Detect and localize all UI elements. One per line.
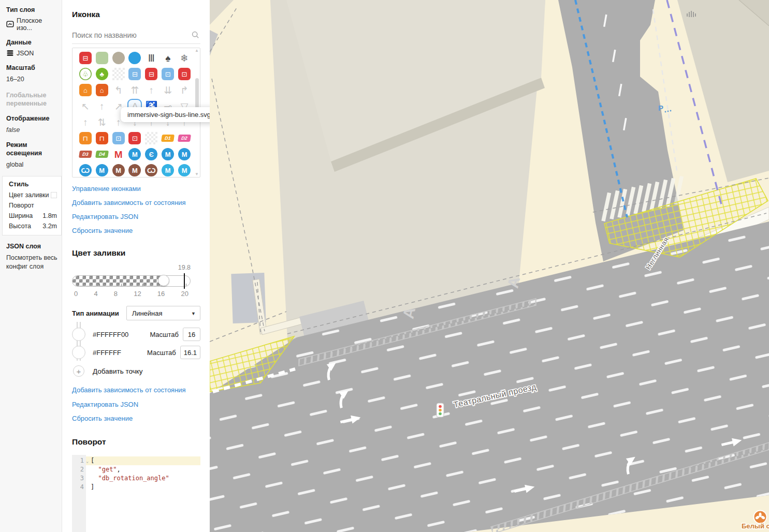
slider-track[interactable] xyxy=(72,275,191,287)
d3-badge-icon[interactable]: D3 xyxy=(77,148,94,160)
slider-current-marker[interactable] xyxy=(184,273,185,289)
arrow-thin-up-icon[interactable]: ↑ xyxy=(77,116,94,128)
metro-brown-2-icon[interactable]: М xyxy=(127,164,143,176)
metro-ekb-icon[interactable]: Є xyxy=(143,148,159,160)
tick-label: 4 xyxy=(94,290,97,298)
panel-link[interactable]: Сбросить значение xyxy=(72,413,200,424)
tick-label: 8 xyxy=(114,290,118,298)
view-config-link[interactable]: Посмотреть весь конфиг слоя xyxy=(6,254,57,271)
gradient-stops: #FFFFFF00 Масштаб 16 #FFFFFF Масштаб 16.… xyxy=(72,328,200,359)
add-point-row[interactable]: + Добавить точку xyxy=(72,365,200,377)
arrow-up-down-icon[interactable]: ⇅ xyxy=(94,116,110,128)
grid-scroll-up-icon[interactable]: ▲ xyxy=(195,49,199,53)
tick-label: 16 xyxy=(157,290,165,298)
poi-marker[interactable] xyxy=(754,511,767,524)
data-value[interactable]: JSON xyxy=(6,49,57,57)
tree-icon[interactable]: ♠ xyxy=(159,52,176,64)
rotation-code-editor[interactable]: 1⌄234 [ "get", "db_rotation_angle"] xyxy=(72,455,200,532)
briefcase-red-icon[interactable]: ⊓ xyxy=(94,132,110,144)
dot-blue-icon[interactable] xyxy=(127,52,143,64)
metro-zigzag-blue-icon[interactable]: Ѡ xyxy=(77,164,94,176)
metro-red-m-icon[interactable]: М xyxy=(110,148,127,160)
dot-beige-icon[interactable] xyxy=(110,52,127,64)
poi-label: Белый с xyxy=(742,522,769,530)
stop-color-value[interactable]: #FFFFFF xyxy=(93,349,147,357)
fill-color-swatch[interactable] xyxy=(51,192,57,198)
icon-tooltip: immersive-sign-bus-line.svg xyxy=(121,107,210,122)
style-title: Стиль xyxy=(9,181,57,189)
arrow-up-icon[interactable]: ↑ xyxy=(143,84,159,96)
arrow-up-left-icon[interactable]: ↖ xyxy=(77,100,94,112)
display-value[interactable]: false xyxy=(6,126,57,134)
stop-color-swatch[interactable] xyxy=(72,346,85,359)
code-content[interactable]: [ "get", "db_rotation_angle"] xyxy=(86,455,200,532)
layer-type-title: Тип слоя xyxy=(6,6,57,14)
global-variables-item[interactable]: Глобальные переменные xyxy=(6,92,57,108)
cablecar-blue-icon[interactable]: ⊡ xyxy=(159,68,176,80)
stop-scale-input[interactable]: 16.1 xyxy=(180,346,200,359)
leaf-outline-icon[interactable]: ♧ xyxy=(77,68,94,80)
leaf-green-icon[interactable]: ♣ xyxy=(94,68,110,80)
metro-outline-blue-icon[interactable]: М xyxy=(94,164,110,176)
metro-cyan-icon[interactable]: М xyxy=(159,164,176,176)
snowflake-icon[interactable]: ❄ xyxy=(176,52,193,64)
stop-color-swatch[interactable] xyxy=(72,328,85,341)
house-orange-icon[interactable]: ⌂ xyxy=(77,84,94,96)
funicular-blue-icon[interactable]: ⊡ xyxy=(110,132,127,144)
funicular-red-icon[interactable]: ⊡ xyxy=(127,132,143,144)
gradient-stop-row: #FFFFFF00 Масштаб 16 xyxy=(72,328,200,341)
pattern-2-icon[interactable] xyxy=(143,132,159,144)
scale-value[interactable]: 16–20 xyxy=(6,75,57,83)
arrow-up-2-icon[interactable]: ↑ xyxy=(94,100,110,112)
database-icon xyxy=(6,49,14,57)
animation-type-select[interactable]: Линейная ▼ xyxy=(126,306,200,320)
arrow-double-down-icon[interactable]: ⇊ xyxy=(159,84,176,96)
bus-blue-icon[interactable]: ⊟ xyxy=(127,68,143,80)
arrow-double-up-icon[interactable]: ⇈ xyxy=(127,84,143,96)
panel-link[interactable]: Редактировать JSON xyxy=(72,212,200,222)
stop-scale-input[interactable]: 16 xyxy=(183,328,200,341)
d1-badge-icon[interactable]: D1 xyxy=(159,132,176,144)
data-title: Данные xyxy=(6,39,57,47)
arrow-turn-right-icon[interactable]: ↱ xyxy=(176,84,193,96)
grid-scroll-down-icon[interactable]: ▼ xyxy=(195,172,199,176)
metro-brown-icon[interactable]: М xyxy=(110,164,127,176)
d2-badge-icon[interactable]: D2 xyxy=(176,132,193,144)
map-canvas[interactable]: А А P xyxy=(210,0,769,532)
metro-zigzag-brown-icon[interactable]: Ѡ xyxy=(143,164,159,176)
pattern-icon[interactable] xyxy=(110,68,127,80)
gradient-stop-row: #FFFFFF Масштаб 16.1 xyxy=(72,346,200,359)
icon-search-input[interactable] xyxy=(72,28,200,43)
tram-red-2-icon[interactable]: ⊟ xyxy=(143,68,159,80)
panel-link[interactable]: Редактировать JSON xyxy=(72,400,200,410)
style-width-row[interactable]: Ширина 1.8m xyxy=(9,212,57,219)
cablecar-red-icon[interactable]: ⊡ xyxy=(176,68,193,80)
d4-badge-icon[interactable]: D4 xyxy=(94,148,110,160)
arrow-turn-left-icon[interactable]: ↰ xyxy=(110,84,127,96)
panel-link[interactable]: Добавить зависимость от состояния xyxy=(72,198,200,208)
stop-color-value[interactable]: #FFFFFF00 xyxy=(93,331,150,338)
slider-checker-fill xyxy=(72,276,164,286)
manage-icons-link[interactable]: Управление иконками xyxy=(72,185,200,193)
house-red-icon[interactable]: ⌂ xyxy=(94,84,110,96)
fill-slider: 19.8 048121620 xyxy=(72,275,191,298)
panel-link[interactable]: Добавить зависимость от состояния xyxy=(72,385,200,395)
metro-cyan-2-icon[interactable]: М xyxy=(176,164,193,176)
style-height-row[interactable]: Высота 3.2m xyxy=(9,223,57,230)
metro-blue-2-icon[interactable]: М xyxy=(159,148,176,160)
panel-link[interactable]: Сбросить значение xyxy=(72,226,200,236)
metro-blue-icon[interactable]: М xyxy=(127,148,143,160)
museum-icon[interactable]: Ⅲ xyxy=(143,52,159,64)
flat-image-icon xyxy=(6,20,14,28)
style-fill-row[interactable]: Цвет заливки xyxy=(9,191,57,199)
briefcase-orange-icon[interactable]: ⊓ xyxy=(77,132,94,144)
metro-blue-3-icon[interactable]: М xyxy=(176,148,193,160)
layer-style-editor: { "colors": { "link_blue": "#3186d1", "s… xyxy=(0,0,769,532)
layer-type-value[interactable]: Плоское изо... xyxy=(6,17,57,32)
tram-red-icon[interactable]: ⊟ xyxy=(77,52,94,64)
green-area-icon[interactable] xyxy=(94,52,110,64)
style-rotation-row[interactable]: Поворот xyxy=(9,202,57,209)
animation-type-row: Тип анимации Линейная ▼ xyxy=(72,306,200,320)
chevron-down-icon: ▼ xyxy=(191,311,196,316)
lighting-value[interactable]: global xyxy=(6,160,57,169)
